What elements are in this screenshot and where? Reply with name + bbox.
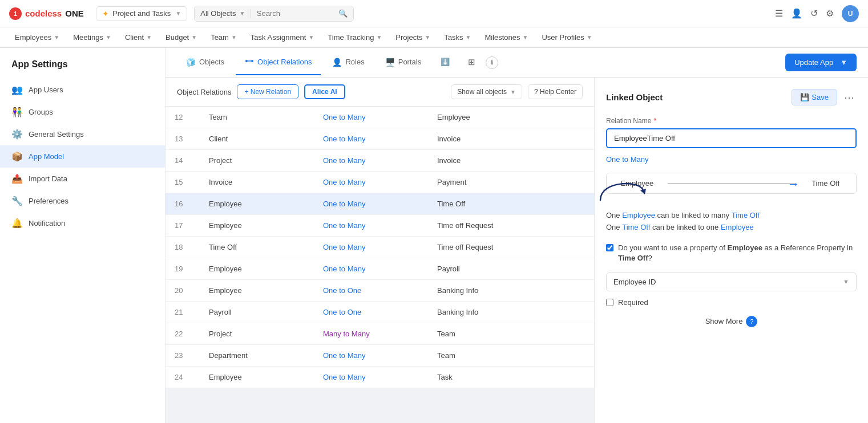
sidebar-item-import-data[interactable]: 📤 Import Data xyxy=(0,168,165,190)
employee-id-select[interactable]: Employee ID ▼ xyxy=(606,272,857,291)
update-app-button[interactable]: Update App ▼ xyxy=(785,54,857,71)
save-button[interactable]: 💾 Save xyxy=(792,89,837,105)
sidebar-item-app-users[interactable]: 👥 App Users xyxy=(0,79,165,101)
right-panel: Linked Object 💾 Save ⋯ Relation Name * xyxy=(594,78,868,423)
tab-grid[interactable]: ⊞ xyxy=(460,50,483,75)
row-source: Department xyxy=(200,345,314,367)
row-num: 15 xyxy=(165,172,200,193)
tab-bar: 🧊 Objects Object Relations 👤 Roles 🖥 xyxy=(165,48,868,78)
more-options-button[interactable]: ⋯ xyxy=(842,91,857,104)
search-bar: All Objects ▼ 🔍 xyxy=(194,6,354,22)
table-area: Object Relations + New Relation Alice AI… xyxy=(165,78,594,423)
row-num: 22 xyxy=(165,323,200,345)
relation-line: → xyxy=(668,177,796,190)
source-object-label: Employee xyxy=(607,173,668,193)
table-row[interactable]: 20 Employee One to One Banking Info xyxy=(165,280,594,302)
arrow-right-icon: → xyxy=(787,177,800,192)
all-objects-dropdown-icon[interactable]: ▼ xyxy=(239,10,245,17)
alice-ai-button[interactable]: Alice AI xyxy=(304,84,345,99)
table-row[interactable]: 12 Team One to Many Employee xyxy=(165,107,594,128)
main-layout: App Settings 👥 App Users 👫 Groups ⚙️ Gen… xyxy=(0,48,868,423)
sidebar-item-general-settings[interactable]: ⚙️ General Settings xyxy=(0,123,165,145)
menu-icon[interactable]: ☰ xyxy=(775,8,783,19)
desc-employee-link2[interactable]: Employee xyxy=(721,223,754,231)
table-row[interactable]: 22 Project Many to Many Team xyxy=(165,323,594,345)
table-row[interactable]: 15 Invoice One to Many Payment xyxy=(165,172,594,193)
row-source: Payroll xyxy=(200,302,314,323)
menu-item-task-assignment[interactable]: Task Assignment ▼ xyxy=(245,30,320,45)
tab-download[interactable]: ⬇️ xyxy=(433,51,458,74)
table-row[interactable]: 14 Project One to Many Invoice xyxy=(165,150,594,172)
new-relation-label: + New Relation xyxy=(244,88,291,96)
sidebar-item-app-model[interactable]: 📦 App Model xyxy=(0,145,165,168)
chevron-down-icon: ▼ xyxy=(425,34,430,40)
row-num: 21 xyxy=(165,302,200,323)
project-selector[interactable]: ✦ Project and Tasks ▼ xyxy=(96,6,187,21)
menu-item-milestones[interactable]: Milestones ▼ xyxy=(479,30,534,45)
menu-label-meetings: Meetings xyxy=(73,33,103,42)
tab-portals[interactable]: 🖥️ Portals xyxy=(376,51,430,75)
table-row[interactable]: 18 Time Off One to Many Time off Request xyxy=(165,237,594,258)
show-all-objects-select[interactable]: Show all objects ▼ xyxy=(451,84,522,99)
search-icon: 🔍 xyxy=(338,9,348,18)
row-num: 19 xyxy=(165,258,200,280)
menu-item-user-profiles[interactable]: User Profiles ▼ xyxy=(536,30,597,45)
menu-item-tasks[interactable]: Tasks ▼ xyxy=(438,30,477,45)
row-relation: One to Many xyxy=(314,237,428,258)
table-row[interactable]: 19 Employee One to Many Payroll xyxy=(165,258,594,280)
menu-item-employees[interactable]: Employees ▼ xyxy=(9,30,65,45)
reference-property-checkbox[interactable] xyxy=(606,244,613,251)
relation-name-label: Relation Name * xyxy=(606,117,857,125)
sidebar-item-groups[interactable]: 👫 Groups xyxy=(0,101,165,123)
sidebar-item-notification[interactable]: 🔔 Notification xyxy=(0,212,165,234)
history-icon[interactable]: ↺ xyxy=(810,8,818,19)
help-label: ? Help Center xyxy=(534,88,576,96)
new-relation-button[interactable]: + New Relation xyxy=(237,84,298,99)
menu-item-client[interactable]: Client ▼ xyxy=(119,30,158,45)
row-relation: Many to Many xyxy=(314,323,428,345)
table-row[interactable]: 24 Employee One to Many Task xyxy=(165,367,594,388)
desc-time-off-link1[interactable]: Time Off xyxy=(732,211,760,219)
row-num: 20 xyxy=(165,280,200,302)
download-icon: ⬇️ xyxy=(441,58,450,66)
chevron-down-icon: ▼ xyxy=(523,34,528,40)
add-user-icon[interactable]: 👤 xyxy=(791,8,802,19)
content-area: 🧊 Objects Object Relations 👤 Roles 🖥 xyxy=(165,48,868,423)
table-row[interactable]: 13 Client One to Many Invoice xyxy=(165,128,594,150)
row-source: Employee xyxy=(200,215,314,237)
avatar[interactable]: U xyxy=(842,5,859,22)
select-arrow-icon: ▼ xyxy=(510,89,516,95)
desc-time-off-link2[interactable]: Time Off xyxy=(622,223,650,231)
info-icon[interactable]: ℹ xyxy=(486,56,498,69)
desc-employee-link1[interactable]: Employee xyxy=(622,211,655,219)
tab-roles[interactable]: 👤 Roles xyxy=(323,51,373,75)
menu-item-projects[interactable]: Projects ▼ xyxy=(390,30,436,45)
svg-point-1 xyxy=(251,60,253,62)
table-row[interactable]: 21 Payroll One to One Banking Info xyxy=(165,302,594,323)
table-row[interactable]: 17 Employee One to Many Time off Request xyxy=(165,215,594,237)
menu-item-team[interactable]: Team ▼ xyxy=(205,30,243,45)
search-input[interactable] xyxy=(257,9,335,18)
grid-icon: ⊞ xyxy=(468,57,475,67)
tab-objects[interactable]: 🧊 Objects xyxy=(177,51,233,75)
row-target: Payroll xyxy=(428,258,594,280)
table-row[interactable]: 23 Department One to Many Team xyxy=(165,345,594,367)
show-more-button[interactable]: Show More ? xyxy=(606,316,857,327)
settings-icon[interactable]: ⚙ xyxy=(826,8,834,19)
sidebar-item-preferences[interactable]: 🔧 Preferences xyxy=(0,190,165,212)
menu-item-time-tracking[interactable]: Time Tracking ▼ xyxy=(322,30,387,45)
menu-item-meetings[interactable]: Meetings ▼ xyxy=(67,30,117,45)
row-target: Banking Info xyxy=(428,302,594,323)
row-relation: One to Many xyxy=(314,150,428,172)
required-checkbox[interactable] xyxy=(606,299,613,306)
row-source: Client xyxy=(200,128,314,150)
table-row[interactable]: 16 Employee One to Many Time Off xyxy=(165,193,594,215)
menu-item-budget[interactable]: Budget ▼ xyxy=(160,30,203,45)
tab-object-relations[interactable]: Object Relations xyxy=(236,50,321,75)
chevron-down-icon: ▼ xyxy=(146,34,152,40)
help-center-button[interactable]: ? Help Center xyxy=(528,84,583,99)
relation-name-input[interactable] xyxy=(606,128,857,148)
logo[interactable]: 1 codelessONE xyxy=(9,7,89,20)
sidebar-label-import-data: Import Data xyxy=(29,174,67,183)
row-relation: One to Many xyxy=(314,128,428,150)
